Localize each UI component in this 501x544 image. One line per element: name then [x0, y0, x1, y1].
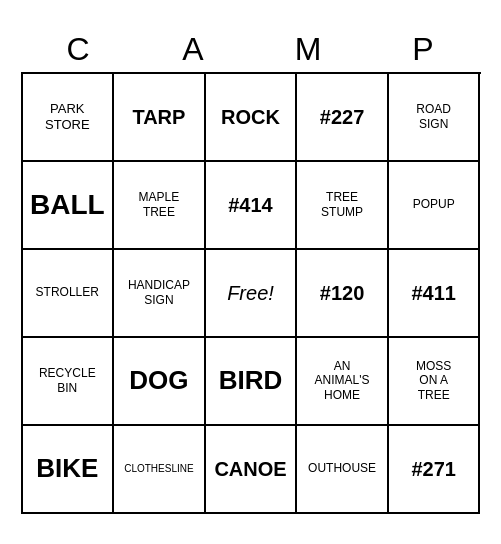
- bingo-cell: BIRD: [206, 338, 298, 426]
- bingo-header: C A M P: [21, 31, 481, 68]
- bingo-cell: HANDICAP SIGN: [114, 250, 206, 338]
- bingo-cell: CLOTHESLINE: [114, 426, 206, 514]
- bingo-cell: #271: [389, 426, 481, 514]
- bingo-cell: AN ANIMAL'S HOME: [297, 338, 389, 426]
- bingo-cell: RECYCLE BIN: [23, 338, 115, 426]
- header-p: P: [379, 31, 467, 68]
- bingo-cell: POPUP: [389, 162, 481, 250]
- bingo-grid: PARK STORETARPROCK#227ROAD SIGNBALLMAPLE…: [21, 72, 481, 514]
- bingo-cell: MAPLE TREE: [114, 162, 206, 250]
- header-c: C: [34, 31, 122, 68]
- bingo-cell: ROAD SIGN: [389, 74, 481, 162]
- bingo-cell: MOSS ON A TREE: [389, 338, 481, 426]
- bingo-cell: #411: [389, 250, 481, 338]
- bingo-cell: OUTHOUSE: [297, 426, 389, 514]
- bingo-cell: CANOE: [206, 426, 298, 514]
- bingo-cell: TREE STUMP: [297, 162, 389, 250]
- bingo-cell: BALL: [23, 162, 115, 250]
- bingo-card: C A M P PARK STORETARPROCK#227ROAD SIGNB…: [11, 21, 491, 524]
- bingo-cell: BIKE: [23, 426, 115, 514]
- bingo-cell: PARK STORE: [23, 74, 115, 162]
- bingo-cell: TARP: [114, 74, 206, 162]
- bingo-cell: #120: [297, 250, 389, 338]
- bingo-cell: Free!: [206, 250, 298, 338]
- header-m: M: [264, 31, 352, 68]
- bingo-cell: STROLLER: [23, 250, 115, 338]
- bingo-cell: #227: [297, 74, 389, 162]
- bingo-cell: #414: [206, 162, 298, 250]
- bingo-cell: DOG: [114, 338, 206, 426]
- bingo-cell: ROCK: [206, 74, 298, 162]
- header-a: A: [149, 31, 237, 68]
